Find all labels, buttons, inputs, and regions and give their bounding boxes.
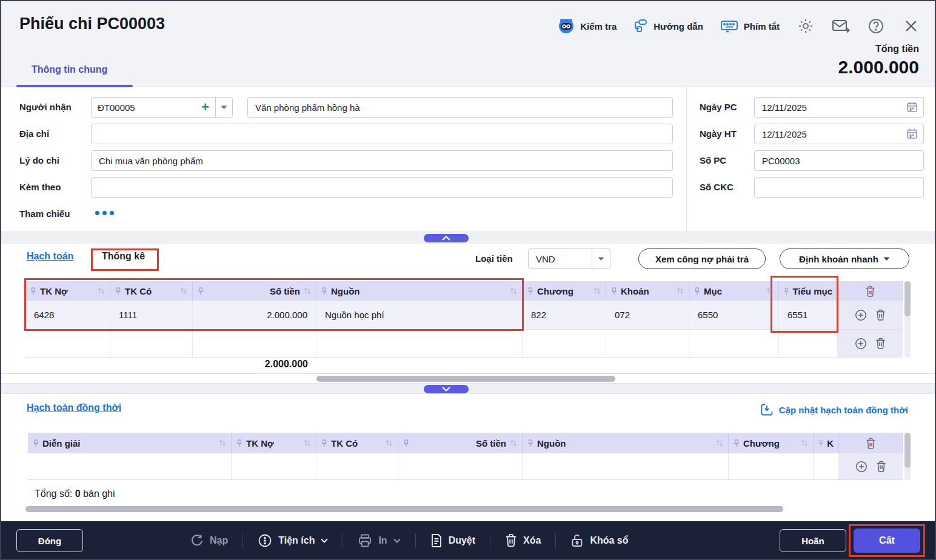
sort-icon[interactable] (386, 439, 393, 447)
expand-down-button[interactable] (424, 385, 469, 393)
vertical-scrollbar[interactable] (904, 281, 911, 358)
sort-icon[interactable] (766, 287, 774, 295)
view-payable-debt-button[interactable]: Xem công nợ phải trả (638, 248, 766, 269)
delete-row-icon[interactable] (876, 461, 886, 472)
column-header-muc[interactable]: Mục (689, 281, 779, 301)
approve-button[interactable]: Duyệt (430, 533, 475, 548)
column-header-dien-giai[interactable]: Diễn giải (28, 433, 232, 453)
column-header-tieu-muc[interactable]: Tiểu mục (779, 281, 838, 301)
add-row-icon[interactable] (855, 461, 867, 473)
delete-button[interactable]: Xóa (505, 533, 541, 547)
date-pc-input[interactable] (754, 97, 924, 118)
divider (343, 533, 343, 548)
cell-so-tien[interactable]: 2.000.000 (193, 301, 316, 330)
footer-center-actions: Nạp Tiện ích In Duyệt Xóa (190, 521, 629, 559)
column-header-khoan-truncated[interactable]: K (814, 433, 839, 453)
cell-khoan[interactable]: 072 (606, 301, 689, 330)
collapse-up-button[interactable] (424, 234, 469, 242)
column-header-tk-co[interactable]: TK Có (110, 281, 193, 301)
table-row-empty[interactable] (28, 453, 903, 480)
add-row-icon[interactable] (855, 338, 867, 350)
reference-ellipsis-button[interactable] (95, 211, 114, 215)
cell-tieu-muc[interactable]: 6551 (779, 301, 838, 330)
column-header-tk-no[interactable]: TK Nợ (232, 433, 316, 453)
document-icon (430, 533, 443, 548)
date-ht-input[interactable] (754, 124, 924, 144)
simultaneous-title-link[interactable]: Hạch toán đồng thời (27, 402, 121, 413)
sort-icon[interactable] (219, 439, 226, 447)
shortcut-button[interactable]: Phím tắt (720, 19, 780, 33)
column-header-delete-all[interactable] (839, 433, 903, 453)
send-mail-icon[interactable] (832, 17, 850, 35)
receiver-code-combo[interactable]: ĐT00005 + (91, 97, 233, 118)
cell-chuong[interactable]: 822 (523, 301, 606, 330)
pin-icon (321, 287, 327, 295)
column-header-delete-all[interactable] (838, 281, 903, 301)
calendar-icon[interactable] (906, 128, 918, 139)
update-simultaneous-link[interactable]: Cập nhật hạch toán đồng thời (761, 404, 908, 416)
pin-icon (784, 287, 789, 295)
column-header-nguon[interactable]: Nguồn (523, 433, 729, 453)
table-row-empty[interactable] (25, 330, 903, 358)
voucher-no-input[interactable] (754, 150, 924, 171)
table-row[interactable]: 6428 1111 2.000.000 Nguồn học phí 822 07… (25, 301, 903, 330)
calendar-icon[interactable] (906, 101, 918, 113)
close-button[interactable]: Đóng (16, 529, 83, 552)
postpone-button[interactable]: Hoãn (780, 529, 846, 552)
column-header-chuong[interactable]: Chương (523, 281, 606, 301)
pin-icon (321, 439, 327, 447)
reason-input[interactable] (91, 150, 673, 171)
sort-icon[interactable] (677, 287, 684, 295)
sort-icon[interactable] (510, 287, 517, 295)
pin-icon (527, 287, 533, 295)
sort-icon[interactable] (716, 439, 723, 447)
settings-gear-icon[interactable] (797, 17, 815, 35)
column-header-so-tien[interactable]: Số tiền (193, 281, 316, 301)
guide-button[interactable]: Hướng dẫn (633, 19, 703, 33)
tab-hach-toan[interactable]: Hạch toán (27, 251, 73, 262)
sort-icon[interactable] (593, 287, 601, 295)
sort-icon[interactable] (180, 287, 187, 295)
column-header-tk-co[interactable]: TK Có (316, 433, 398, 453)
cell-tk-no[interactable]: 6428 (25, 301, 110, 330)
column-header-khoan[interactable]: Khoản (606, 281, 689, 301)
close-icon[interactable] (902, 17, 920, 35)
delete-row-icon[interactable] (875, 338, 886, 349)
quick-entry-button[interactable]: Định khoản nhanh (780, 248, 909, 269)
column-header-chuong[interactable]: Chương (729, 433, 814, 453)
receiver-dropdown-button[interactable] (215, 98, 232, 117)
print-button[interactable]: In (358, 533, 400, 548)
cell-muc[interactable]: 6550 (689, 301, 779, 330)
receiver-name-input[interactable] (247, 97, 673, 118)
tab-general-info[interactable]: Thông tin chung (32, 64, 107, 75)
currency-select[interactable]: VND (528, 248, 610, 269)
address-input[interactable] (91, 124, 673, 144)
ckc-no-input[interactable] (754, 177, 924, 198)
tab-thong-ke[interactable]: Thống kê (102, 251, 145, 262)
sort-icon[interactable] (304, 439, 311, 447)
delete-row-icon[interactable] (875, 309, 886, 321)
sort-icon[interactable] (98, 287, 105, 295)
reload-button[interactable]: Nạp (190, 534, 228, 547)
vertical-scrollbar[interactable] (904, 433, 911, 480)
column-header-so-tien[interactable]: Số tiền (398, 433, 523, 453)
attachment-input[interactable] (91, 177, 673, 198)
add-row-icon[interactable] (855, 309, 867, 321)
assistant-robot-icon (558, 18, 575, 35)
utilities-button[interactable]: Tiện ích (258, 533, 328, 548)
receiver-code-value: ĐT00005 (98, 102, 135, 113)
sort-icon[interactable] (304, 287, 311, 295)
help-icon[interactable] (867, 17, 885, 35)
cell-nguon[interactable]: Nguồn học phí (316, 301, 523, 330)
sort-icon[interactable] (801, 439, 808, 447)
check-button[interactable]: Kiểm tra (558, 18, 617, 35)
horizontal-scrollbar[interactable] (316, 376, 615, 382)
column-header-tk-no[interactable]: TK Nợ (25, 281, 110, 301)
cell-tk-co[interactable]: 1111 (110, 301, 193, 330)
sort-icon[interactable] (510, 439, 517, 447)
horizontal-scrollbar[interactable] (25, 506, 783, 512)
save-button[interactable]: Cất (854, 528, 920, 553)
lock-book-button[interactable]: Khóa sổ (570, 533, 628, 548)
add-receiver-icon[interactable]: + (201, 101, 209, 114)
column-header-nguon[interactable]: Nguồn (316, 281, 523, 301)
